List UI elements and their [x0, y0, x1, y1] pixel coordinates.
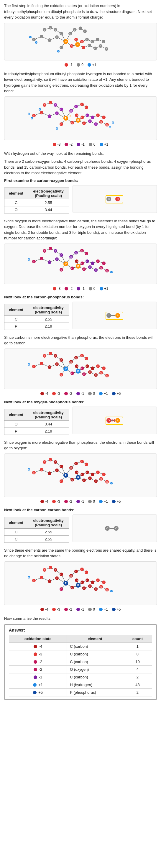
svg-text:P: P — [77, 476, 79, 479]
svg-text:O: O — [108, 419, 110, 422]
svg-text:C: C — [87, 471, 88, 474]
molecule-diagram-cp: P C C C C C C C C C C C C C — [4, 348, 157, 389]
svg-text:C: C — [55, 461, 56, 464]
molecule-diagram-co: P C C C C C C C C C C C C C — [4, 244, 157, 284]
svg-text:C: C — [56, 112, 58, 115]
hydrogen-section: In tributylmethylphosphonium dibutyl pho… — [4, 71, 157, 147]
svg-text:C: C — [44, 355, 45, 357]
svg-text:C: C — [33, 579, 35, 582]
op-col-electronegativity: electronegativity(Pauling scale) — [28, 409, 69, 421]
svg-text:C: C — [75, 356, 77, 359]
element-cell: P (phosphorus) — [67, 689, 123, 696]
svg-text:C: C — [49, 366, 51, 369]
svg-text:H: H — [58, 51, 59, 53]
svg-text:C: C — [60, 46, 62, 49]
cc-table: element electronegativity(Pauling scale)… — [4, 517, 69, 543]
pos1-label: +1 — [92, 63, 96, 67]
svg-text:C: C — [41, 112, 42, 114]
element-cell: C (carbon) — [67, 673, 123, 681]
co-col-electronegativity: electronegativity(Pauling scale) — [28, 187, 69, 199]
svg-text:C: C — [86, 357, 87, 360]
svg-text:H: H — [28, 468, 30, 470]
svg-text:O: O — [83, 587, 85, 590]
svg-text:C: C — [103, 367, 105, 370]
svg-text:C: C — [79, 27, 82, 30]
legend-item-neg1: -1 — [65, 63, 72, 67]
svg-text:C: C — [81, 103, 83, 106]
col-count: count — [123, 635, 152, 643]
svg-text:C: C — [50, 459, 51, 461]
svg-text:H: H — [35, 41, 37, 44]
co-col-element: element — [4, 187, 28, 199]
count-cell: 2 — [123, 689, 152, 696]
element-cell: H (hydrogen) — [67, 681, 123, 689]
state-dot — [34, 668, 37, 671]
molecule-diagram-cc: P C C C C C C C C C C C C C — [4, 561, 157, 605]
svg-text:C: C — [100, 121, 102, 123]
svg-text:H: H — [28, 113, 30, 115]
state-cell: -2 — [9, 658, 67, 666]
svg-text:C: C — [50, 247, 51, 250]
svg-text:H: H — [110, 590, 112, 592]
bonds-desc: There are 2 carbon-oxygen bonds, 4 carbo… — [4, 159, 157, 176]
cc-header: Next look at the carbon-carbon bonds: — [4, 508, 157, 512]
svg-text:C: C — [103, 40, 104, 43]
state-value: -4 — [39, 644, 42, 649]
cc-row-c1: C 2.55 — [4, 528, 69, 535]
svg-text:C: C — [44, 569, 45, 571]
legend-co: -3 -2 -1 0 +1 — [4, 286, 157, 291]
svg-text:C: C — [97, 38, 98, 41]
svg-text:P: P — [65, 367, 67, 370]
svg-text:O: O — [71, 267, 73, 270]
svg-text:C: C — [92, 473, 94, 476]
cc-col-element: element — [4, 517, 28, 528]
svg-text:H: H — [30, 36, 31, 38]
svg-text:H: H — [31, 117, 32, 119]
svg-text:C: C — [70, 110, 72, 112]
svg-text:C: C — [92, 581, 94, 584]
svg-text:C: C — [97, 114, 99, 117]
results-row: +1 H (hydrogen) 48 — [9, 681, 152, 689]
svg-text:C: C — [92, 262, 94, 265]
svg-text:C: C — [103, 116, 105, 119]
summary-text: Now summarize the results: — [4, 616, 157, 621]
op-row-o: O 3.44 — [4, 421, 69, 428]
svg-text:O: O — [82, 116, 83, 119]
co-element-c: C — [4, 199, 28, 206]
svg-text:O: O — [83, 268, 85, 271]
op-table-section: element electronegativity(Pauling scale)… — [4, 407, 157, 437]
hydrogen-text: In tributylmethylphosphonium dibutyl pho… — [4, 71, 157, 94]
svg-text:C: C — [108, 197, 110, 200]
svg-text:C: C — [81, 460, 83, 463]
svg-text:C: C — [81, 354, 83, 357]
svg-text:C: C — [97, 365, 99, 368]
legend-cp: -4 -3 -2 -1 0 +1 +5 — [4, 392, 157, 396]
pos1-dot — [88, 63, 91, 67]
svg-text:C: C — [41, 35, 42, 38]
answer-box: Answer: oxidation state element count -4… — [4, 624, 157, 700]
svg-text:C: C — [70, 575, 72, 577]
state-dot — [33, 691, 37, 694]
cp-row-p: P 2.19 — [4, 322, 69, 330]
svg-text:C: C — [100, 586, 102, 588]
svg-text:P: P — [77, 584, 79, 587]
svg-text:C: C — [108, 314, 110, 317]
intro-section: The first step in finding the oxidation … — [4, 3, 157, 67]
molecule-diagram-2: P +2 C C C C C C C C C C C C — [4, 96, 157, 140]
svg-text:C: C — [70, 467, 72, 469]
svg-text:P: P — [117, 419, 119, 422]
count-cell: 2 — [123, 673, 152, 681]
molecule-diagram-1: P +2 C C C C C C C C C C C — [4, 23, 157, 60]
count-cell: 1 — [123, 643, 152, 650]
legend-item-neg3: -3 — [53, 143, 61, 147]
svg-text:C: C — [44, 29, 45, 31]
svg-text:C: C — [70, 361, 72, 363]
svg-text:C: C — [106, 588, 108, 591]
svg-text:C: C — [106, 527, 108, 530]
state-dot — [34, 676, 37, 679]
cp-table: element electronegativity(Pauling scale)… — [4, 304, 69, 330]
svg-text:H: H — [109, 126, 110, 128]
col-oxidation-state: oxidation state — [9, 635, 67, 643]
neg1-label: -1 — [69, 63, 72, 67]
svg-text:C: C — [86, 252, 87, 255]
